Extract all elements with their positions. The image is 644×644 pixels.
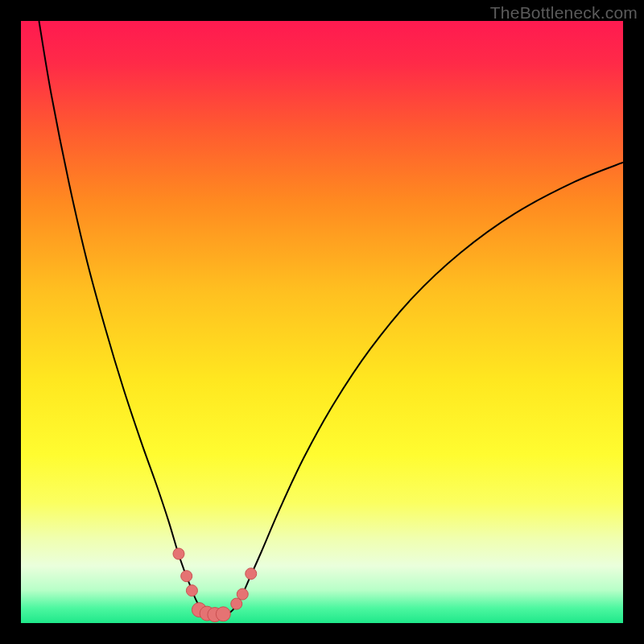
marker-dot	[231, 598, 242, 609]
marker-dot	[216, 607, 230, 621]
chart-frame	[21, 21, 623, 623]
marker-dot	[246, 568, 257, 580]
marker-dot	[237, 588, 248, 600]
marker-dot	[181, 571, 192, 582]
marker-dot	[173, 548, 184, 559]
watermark-text: TheBottleneck.com	[490, 3, 638, 23]
marker-dot	[186, 585, 197, 597]
bottleneck-chart	[21, 21, 623, 623]
gradient-background	[21, 21, 623, 623]
